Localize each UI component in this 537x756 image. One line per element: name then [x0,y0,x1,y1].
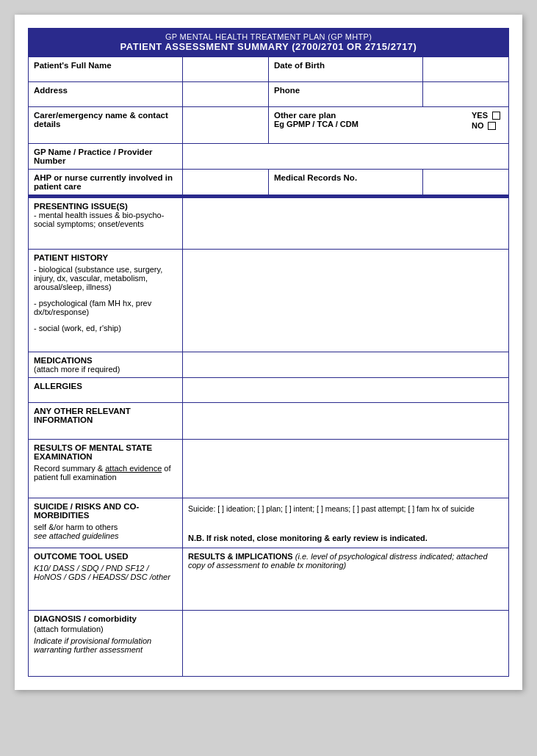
header-line2: PATIENT ASSESSMENT SUMMARY (2700/2701 OR… [31,41,506,52]
eg-label: Eg GPMP / TCA / CDM [274,120,358,128]
presenting-label: PRESENTING ISSUE(S) - mental health issu… [29,198,183,250]
other-care-plan-label: Other care plan [274,111,358,120]
medications-label: MEDICATIONS (attach more if required) [29,352,183,378]
presenting-value[interactable] [183,198,509,250]
table-row: PRESENTING ISSUE(S) - mental health issu… [29,198,509,250]
patient-name-value[interactable] [183,57,269,82]
carer-value[interactable] [183,107,269,144]
outcome-value: RESULTS & IMPLICATIONS (i.e. level of ps… [183,548,509,611]
suicide-value: Suicide: [ ] ideation; [ ] plan; [ ] int… [183,498,509,548]
table-row: Carer/emergency name & contact details O… [29,107,509,144]
outcome-label: OUTCOME TOOL USED K10/ DASS / SDQ / PND … [29,548,183,611]
page: GP MENTAL HEALTH TREATMENT PLAN (GP MHTP… [15,15,522,690]
diagnosis-value[interactable] [183,611,509,677]
mse-label: RESULTS OF MENTAL STATE EXAMINATION Reco… [29,440,183,498]
table-row: DIAGNOSIS / comorbidity (attach formulat… [29,611,509,677]
table-row: MEDICATIONS (attach more if required) [29,352,509,378]
other-care-plan-cell: Other care plan Eg GPMP / TCA / CDM YES … [268,107,508,144]
address-value[interactable] [183,82,269,107]
carer-label: Carer/emergency name & contact details [29,107,183,144]
patient-name-label: Patient's Full Name [29,57,183,82]
table-row: Address Phone [29,82,509,107]
gp-name-label: GP Name / Practice / Provider Number [29,144,183,170]
medical-records-value[interactable] [422,170,508,196]
patient-history-label: PATIENT HISTORY - biological (substance … [29,250,183,352]
yes-label: YES [472,111,488,120]
header-line1: GP MENTAL HEALTH TREATMENT PLAN (GP MHTP… [31,32,506,41]
suicide-checkboxes: Suicide: [ ] ideation; [ ] plan; [ ] int… [188,502,503,515]
no-checkbox[interactable] [488,122,496,130]
medical-records-label: Medical Records No. [268,170,422,196]
patient-history-value[interactable] [183,250,509,352]
phone-label: Phone [268,82,422,107]
table-row: OUTCOME TOOL USED K10/ DASS / SDQ / PND … [29,548,509,611]
table-row: ALLERGIES [29,378,509,403]
diagnosis-label: DIAGNOSIS / comorbidity (attach formulat… [29,611,183,677]
no-label: NO [472,121,484,130]
medications-value[interactable] [183,352,509,378]
table-row: AHP or nurse currently involved in patie… [29,170,509,196]
any-other-label: ANY OTHER RELEVANT INFORMATION [29,403,183,440]
address-label: Address [29,82,183,107]
dob-label: Date of Birth [268,57,422,82]
table-row: Patient's Full Name Date of Birth [29,57,509,82]
allergies-label: ALLERGIES [29,378,183,403]
page-header: GP MENTAL HEALTH TREATMENT PLAN (GP MHTP… [28,28,509,57]
form-table: Patient's Full Name Date of Birth Addres… [28,57,509,677]
table-row: ANY OTHER RELEVANT INFORMATION [29,403,509,440]
mse-value[interactable] [183,440,509,498]
table-row: GP Name / Practice / Provider Number [29,144,509,170]
any-other-value[interactable] [183,403,509,440]
nb-text: N.B. If risk noted, close monitoring & e… [188,531,503,544]
gp-name-value[interactable] [183,144,509,170]
ahp-value[interactable] [183,170,269,196]
allergies-value[interactable] [183,378,509,403]
yes-checkbox[interactable] [492,112,500,120]
phone-value[interactable] [422,82,508,107]
table-row: RESULTS OF MENTAL STATE EXAMINATION Reco… [29,440,509,498]
dob-value[interactable] [422,57,508,82]
suicide-label: SUICIDE / RISKS AND CO-MORBIDITIES self … [29,498,183,548]
ahp-label: AHP or nurse currently involved in patie… [29,170,183,196]
table-row: PATIENT HISTORY - biological (substance … [29,250,509,352]
table-row: SUICIDE / RISKS AND CO-MORBIDITIES self … [29,498,509,548]
